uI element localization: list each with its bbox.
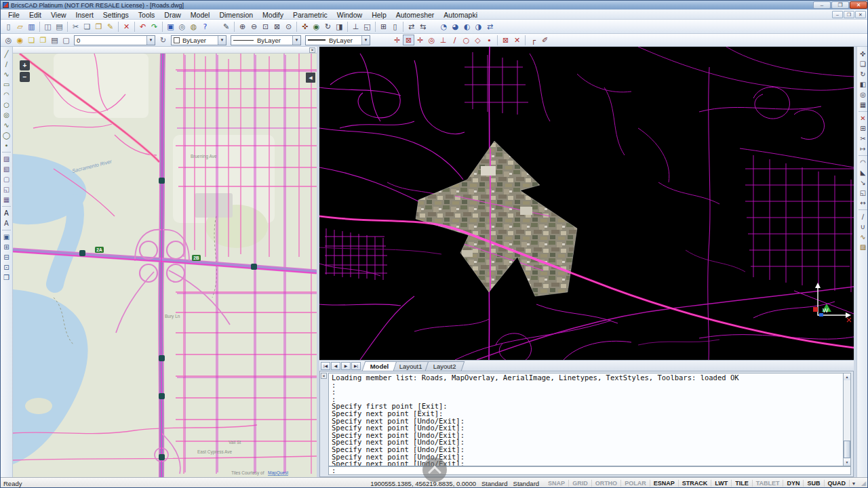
layouts-icon[interactable]: ⊞ xyxy=(378,21,389,32)
line-icon[interactable]: ╱ xyxy=(1,49,12,59)
point-icon[interactable]: ∙ xyxy=(1,140,12,150)
snap-tracking-icon[interactable]: ✐ xyxy=(539,35,551,45)
status-toggle-grid[interactable]: GRID xyxy=(569,480,592,487)
menu-window[interactable]: Window xyxy=(332,11,367,19)
boundary-icon[interactable]: ▢ xyxy=(1,174,12,184)
image-attach-icon[interactable]: ❐ xyxy=(1,272,12,283)
insert-block-icon[interactable]: ▣ xyxy=(1,232,12,242)
status-toggle-tile[interactable]: TILE xyxy=(732,480,753,487)
lengthen-icon[interactable]: ↔ xyxy=(858,198,868,208)
chevron-down-icon[interactable]: ▼ xyxy=(361,36,370,45)
trim-icon[interactable]: ✂ xyxy=(858,134,868,144)
snap-midpoint-icon[interactable]: ✛ xyxy=(414,35,426,45)
snap-from-icon[interactable]: ┌ xyxy=(528,35,539,45)
match-properties-icon[interactable]: ✎ xyxy=(104,21,116,32)
status-toggle-sub[interactable]: SUB xyxy=(804,480,824,487)
text-icon[interactable]: A xyxy=(1,208,12,218)
maximize-button[interactable]: ❐ xyxy=(831,1,849,9)
menu-insert[interactable]: Insert xyxy=(71,11,98,19)
child-restore-button[interactable]: ❐ xyxy=(844,11,854,18)
rotate-icon[interactable]: ↻ xyxy=(858,69,868,79)
status-text-style[interactable]: Standard xyxy=(481,480,508,487)
render-icon[interactable]: ◍ xyxy=(188,21,199,32)
pedit-icon[interactable]: ∿ xyxy=(858,232,868,242)
move-icon[interactable]: ✜ xyxy=(858,49,868,59)
mtext-icon[interactable]: A xyxy=(1,218,12,228)
rectangle-icon[interactable]: ▭ xyxy=(1,79,12,89)
view-rotate-left-icon[interactable]: ◔ xyxy=(438,21,450,32)
chamfer-icon[interactable]: ◣ xyxy=(858,167,868,178)
snap-intersection-icon[interactable]: ⊠ xyxy=(500,35,511,45)
menu-automapki[interactable]: Automapki xyxy=(439,11,482,19)
hatch-icon[interactable]: ▨ xyxy=(1,154,12,164)
gradient-icon[interactable]: ▧ xyxy=(1,164,12,174)
tab-nav-button-3[interactable]: ▶| xyxy=(351,362,361,370)
status-toggle-polar[interactable]: POLAR xyxy=(621,480,650,487)
layer-combo[interactable]: 0 ▼ xyxy=(74,35,155,45)
resize-grip[interactable]: ◢ xyxy=(858,480,866,487)
command-input[interactable]: : xyxy=(328,466,851,475)
scroll-down-icon[interactable]: ▼ xyxy=(844,459,850,466)
zoom-window-icon[interactable]: ⊡ xyxy=(260,21,271,32)
polyline-icon[interactable]: ∿ xyxy=(1,69,12,79)
chevron-down-icon[interactable]: ▼ xyxy=(292,36,300,45)
linetype-combo[interactable]: ByLayer ▼ xyxy=(231,35,301,45)
fillet-icon[interactable]: ◠ xyxy=(858,157,868,167)
spline-icon[interactable]: ∿ xyxy=(1,120,12,130)
close-button[interactable]: ✕ xyxy=(850,1,867,9)
snap-quadrant-icon[interactable]: ◇ xyxy=(472,35,484,45)
snap-nearest-icon[interactable]: ✛ xyxy=(391,35,403,45)
status-toggle-ortho[interactable]: ORTHO xyxy=(592,480,622,487)
copy-entities-icon[interactable]: ❏ xyxy=(858,59,868,69)
hatchedit-icon[interactable]: ▨ xyxy=(858,242,868,252)
zoom-extents-icon[interactable]: ⊠ xyxy=(271,21,283,32)
view-rotate-right-icon[interactable]: ◕ xyxy=(450,21,461,32)
new-file-icon[interactable]: ▯ xyxy=(3,21,14,32)
menu-modify[interactable]: Modify xyxy=(258,11,288,19)
overlay-chevron-button[interactable] xyxy=(422,458,447,482)
child-minimize-button[interactable]: – xyxy=(832,11,843,18)
join-icon[interactable]: ∪ xyxy=(858,222,868,232)
menu-parametric[interactable]: Parametric xyxy=(288,11,332,19)
erase-icon[interactable]: ✕ xyxy=(121,21,132,32)
cad-viewport[interactable]: W xyxy=(319,47,854,360)
cut-icon[interactable]: ✂ xyxy=(70,21,81,32)
chevron-down-icon[interactable]: ▼ xyxy=(218,36,226,45)
child-close-button[interactable]: ✕ xyxy=(855,11,866,18)
ray-icon[interactable]: ∕ xyxy=(1,59,12,69)
stretch-icon[interactable]: ↘ xyxy=(858,178,868,188)
drawing-explorer-icon[interactable]: ▣ xyxy=(165,21,176,32)
scale-icon[interactable]: ◱ xyxy=(858,188,868,198)
status-toggle-dyn[interactable]: DYN xyxy=(783,480,804,487)
view-right-icon[interactable]: ◑ xyxy=(473,21,484,32)
donut-icon[interactable]: ◎ xyxy=(1,110,12,120)
map-collapse-button[interactable]: ◀ xyxy=(306,73,315,83)
view-left-icon[interactable]: ◐ xyxy=(461,21,473,32)
ellipse-icon[interactable]: ◯ xyxy=(1,130,12,140)
table-icon[interactable]: ▦ xyxy=(1,195,12,205)
layer-freeze-icon[interactable]: ❏ xyxy=(26,35,37,45)
region-icon[interactable]: ◱ xyxy=(1,184,12,195)
erase-entities-icon[interactable]: ✕ xyxy=(858,113,868,123)
camera-icon[interactable]: ◨ xyxy=(334,21,345,32)
extend-icon[interactable]: ↦ xyxy=(858,144,868,154)
circle-icon[interactable]: ○ xyxy=(1,100,12,110)
layer-swatch-icon[interactable]: ▢ xyxy=(60,35,72,45)
explode-icon[interactable]: ⊞ xyxy=(858,123,868,134)
scrollbar-thumb[interactable] xyxy=(844,441,850,458)
status-dim-style[interactable]: Standard xyxy=(513,480,540,487)
map-zoom-in-button[interactable]: + xyxy=(20,60,30,70)
layer-on-icon[interactable]: ◉ xyxy=(14,35,26,45)
attach-icon[interactable]: ⇆ xyxy=(417,21,429,32)
layer-print-icon[interactable]: ▤ xyxy=(49,35,60,45)
command-scrollbar[interactable]: ▲ ▼ xyxy=(843,373,851,466)
save-icon[interactable]: ▥ xyxy=(26,21,37,32)
tab-model[interactable]: Model xyxy=(362,361,397,371)
status-toggle-strack[interactable]: STRACK xyxy=(679,480,712,487)
tab-nav-button-0[interactable]: |◀ xyxy=(321,362,330,370)
menu-edit[interactable]: Edit xyxy=(24,11,46,19)
properties-panel-icon[interactable]: ▯ xyxy=(389,21,401,32)
paste-icon[interactable]: ❐ xyxy=(93,21,104,32)
status-toggle-lwt[interactable]: LWT xyxy=(711,480,732,487)
zoom-previous-icon[interactable]: ⊙ xyxy=(283,21,294,32)
